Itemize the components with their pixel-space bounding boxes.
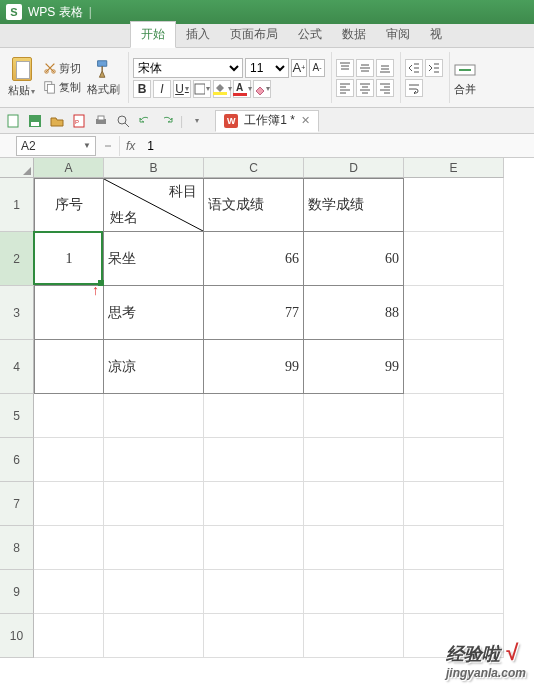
- save-button[interactable]: [26, 112, 44, 130]
- row-header-4[interactable]: 4: [0, 340, 34, 394]
- cell-B3[interactable]: 思考: [104, 286, 204, 340]
- pdf-button[interactable]: P: [70, 112, 88, 130]
- cell-B10[interactable]: [104, 614, 204, 658]
- tab-view[interactable]: 视: [420, 22, 452, 47]
- cell-C3[interactable]: 77: [204, 286, 304, 340]
- column-header-E[interactable]: E: [404, 158, 504, 178]
- cell-C5[interactable]: [204, 394, 304, 438]
- cell-C8[interactable]: [204, 526, 304, 570]
- indent-increase-button[interactable]: [425, 59, 443, 77]
- cell-E1[interactable]: [404, 178, 504, 232]
- cell-D7[interactable]: [304, 482, 404, 526]
- cell-D8[interactable]: [304, 526, 404, 570]
- cell-D2[interactable]: 60: [304, 232, 404, 286]
- font-size-select[interactable]: 11: [245, 58, 289, 78]
- align-left-button[interactable]: [336, 79, 354, 97]
- align-top-button[interactable]: [336, 59, 354, 77]
- cell-E6[interactable]: [404, 438, 504, 482]
- cell-C9[interactable]: [204, 570, 304, 614]
- cell-B1[interactable]: 科目姓名: [104, 178, 204, 232]
- tab-review[interactable]: 审阅: [376, 22, 420, 47]
- align-bottom-button[interactable]: [376, 59, 394, 77]
- row-header-6[interactable]: 6: [0, 438, 34, 482]
- row-header-7[interactable]: 7: [0, 482, 34, 526]
- cell-E2[interactable]: [404, 232, 504, 286]
- wrap-text-button[interactable]: [405, 79, 423, 97]
- row-header-1[interactable]: 1: [0, 178, 34, 232]
- row-header-9[interactable]: 9: [0, 570, 34, 614]
- tab-insert[interactable]: 插入: [176, 22, 220, 47]
- cell-E7[interactable]: [404, 482, 504, 526]
- cell-B6[interactable]: [104, 438, 204, 482]
- fill-color-button[interactable]: ▾: [213, 80, 231, 98]
- cell-C2[interactable]: 66: [204, 232, 304, 286]
- column-header-A[interactable]: A: [34, 158, 104, 178]
- row-header-3[interactable]: 3: [0, 286, 34, 340]
- print-button[interactable]: [92, 112, 110, 130]
- cell-A1[interactable]: 序号: [34, 178, 104, 232]
- redo-button[interactable]: [158, 112, 176, 130]
- tab-layout[interactable]: 页面布局: [220, 22, 288, 47]
- cut-button[interactable]: 剪切: [41, 60, 83, 77]
- clear-format-button[interactable]: ▾: [253, 80, 271, 98]
- font-increase-button[interactable]: A+: [291, 59, 307, 77]
- column-header-D[interactable]: D: [304, 158, 404, 178]
- formula-input[interactable]: [141, 136, 534, 156]
- cell-A2[interactable]: 1: [34, 232, 104, 286]
- align-right-button[interactable]: [376, 79, 394, 97]
- cell-A3[interactable]: [34, 286, 104, 340]
- cell-C4[interactable]: 99: [204, 340, 304, 394]
- fx-icon[interactable]: fx: [120, 139, 141, 153]
- cell-C6[interactable]: [204, 438, 304, 482]
- cell-E3[interactable]: [404, 286, 504, 340]
- row-header-10[interactable]: 10: [0, 614, 34, 658]
- indent-decrease-button[interactable]: [405, 59, 423, 77]
- name-box[interactable]: A2 ▼: [16, 136, 96, 156]
- format-painter-button[interactable]: 格式刷: [85, 57, 122, 98]
- cell-B2[interactable]: 呆坐: [104, 232, 204, 286]
- cell-D3[interactable]: 88: [304, 286, 404, 340]
- cell-E4[interactable]: [404, 340, 504, 394]
- new-button[interactable]: [4, 112, 22, 130]
- font-name-select[interactable]: 宋体: [133, 58, 243, 78]
- border-button[interactable]: ▾: [193, 80, 211, 98]
- cell-C1[interactable]: 语文成绩: [204, 178, 304, 232]
- tab-formula[interactable]: 公式: [288, 22, 332, 47]
- cell-A7[interactable]: [34, 482, 104, 526]
- cell-B4[interactable]: 凉凉: [104, 340, 204, 394]
- cell-A4[interactable]: [34, 340, 104, 394]
- tab-start[interactable]: 开始: [130, 21, 176, 48]
- tab-data[interactable]: 数据: [332, 22, 376, 47]
- cell-D4[interactable]: 99: [304, 340, 404, 394]
- italic-button[interactable]: I: [153, 80, 171, 98]
- preview-button[interactable]: [114, 112, 132, 130]
- row-header-8[interactable]: 8: [0, 526, 34, 570]
- underline-button[interactable]: U▾: [173, 80, 191, 98]
- qat-more-button[interactable]: ▾: [187, 112, 205, 130]
- merge-label[interactable]: 合并: [454, 83, 476, 95]
- undo-button[interactable]: [136, 112, 154, 130]
- cell-B9[interactable]: [104, 570, 204, 614]
- document-tab[interactable]: W 工作簿1 * ✕: [215, 110, 319, 132]
- cell-B8[interactable]: [104, 526, 204, 570]
- cell-E5[interactable]: [404, 394, 504, 438]
- open-button[interactable]: [48, 112, 66, 130]
- cell-D1[interactable]: 数学成绩: [304, 178, 404, 232]
- cell-B5[interactable]: [104, 394, 204, 438]
- cell-C10[interactable]: [204, 614, 304, 658]
- cancel-edit-button[interactable]: [96, 136, 120, 156]
- column-header-B[interactable]: B: [104, 158, 204, 178]
- font-color-button[interactable]: A▾: [233, 80, 251, 98]
- align-middle-button[interactable]: [356, 59, 374, 77]
- cell-E9[interactable]: [404, 570, 504, 614]
- cell-A6[interactable]: [34, 438, 104, 482]
- cell-C7[interactable]: [204, 482, 304, 526]
- cell-A10[interactable]: [34, 614, 104, 658]
- row-header-2[interactable]: 2: [0, 232, 34, 286]
- align-center-button[interactable]: [356, 79, 374, 97]
- cell-A9[interactable]: [34, 570, 104, 614]
- cell-D6[interactable]: [304, 438, 404, 482]
- select-all-corner[interactable]: [0, 158, 34, 178]
- copy-button[interactable]: 复制: [41, 79, 83, 96]
- cell-D5[interactable]: [304, 394, 404, 438]
